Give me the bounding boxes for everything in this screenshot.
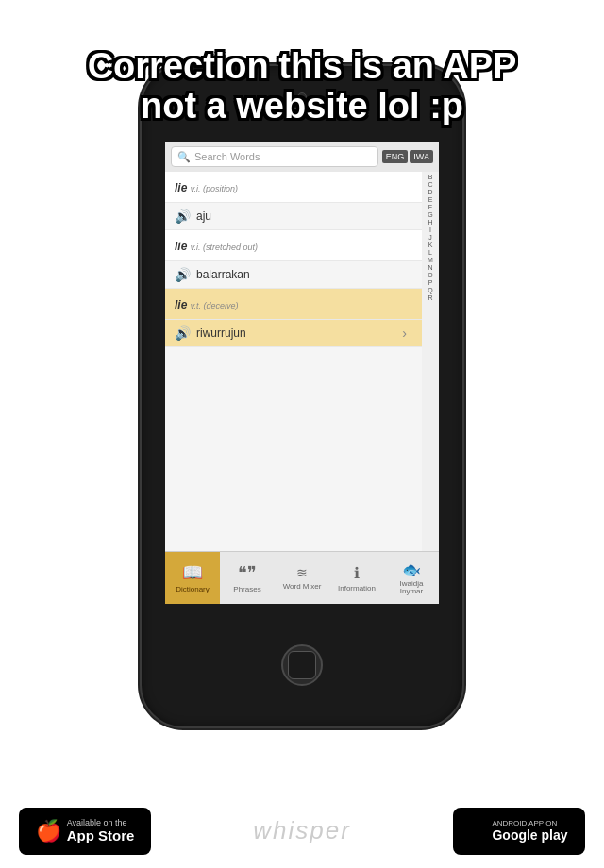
tab-information[interactable]: ℹ Information (329, 552, 384, 604)
dict-entries: lie v.i. (position) 🔊 aju lie v.i. (stre… (165, 172, 422, 551)
dict-entry-2: lie v.i. (stretched out) (165, 230, 422, 261)
app-store-badge[interactable]: 🍎 Available on the App Store (19, 808, 151, 855)
screen-body: lie v.i. (position) 🔊 aju lie v.i. (stre… (165, 172, 439, 551)
tab-bar: 📖 Dictionary ❝❞ Phrases ≋ Word Mixer ℹ I… (165, 551, 439, 604)
dict-entry-3: lie v.t. (deceive) (165, 289, 422, 320)
app-store-line2: App Store (67, 827, 135, 843)
tab-phrases[interactable]: ❝❞ Phrases (220, 552, 275, 604)
entry-pos-2: v.i. (stretched out) (191, 242, 258, 252)
phone-mockup: 🔍 Search Words ENG IWA lie v.i. (positio… (142, 66, 462, 726)
tab-dictionary[interactable]: 📖 Dictionary (165, 552, 220, 604)
search-box[interactable]: 🔍 Search Words (171, 146, 378, 167)
phone-speaker (274, 108, 330, 115)
sound-icon-2: 🔊 (175, 267, 191, 282)
phone-screen: 🔍 Search Words ENG IWA lie v.i. (positio… (165, 142, 439, 604)
entry-sound-2: 🔊 balarrakan (165, 261, 422, 289)
tab-information-label: Information (338, 584, 376, 593)
tab-iwaidja-label: IwaidjaInymar (400, 580, 424, 595)
search-placeholder: Search Words (194, 151, 260, 162)
lang-iwa-badge[interactable]: IWA (410, 150, 433, 163)
google-play-line2: Google play (492, 827, 567, 843)
search-icon: 🔍 (177, 151, 191, 163)
tab-iwaidja-icon: 🐟 (402, 560, 421, 578)
whisper-logo-container: whisper (253, 816, 351, 845)
tab-iwaidja[interactable]: 🐟 IwaidjaInymar (384, 552, 439, 604)
phone-camera (297, 92, 307, 102)
screen-topbar: 🔍 Search Words ENG IWA (165, 142, 439, 172)
entry-word-1: lie (175, 181, 191, 194)
app-store-line1: Available on the (67, 818, 135, 827)
tab-phrases-icon: ❝❞ (238, 562, 257, 583)
lang-eng-badge[interactable]: ENG (382, 150, 409, 163)
sound-icon-1: 🔊 (175, 209, 191, 224)
entry-sound-1: 🔊 aju (165, 203, 422, 230)
lang-badges: ENG IWA (382, 150, 433, 163)
tab-wordmixer[interactable]: ≋ Word Mixer (275, 552, 329, 604)
tab-dictionary-icon: 📖 (182, 562, 203, 583)
entry-word-2: lie (175, 240, 191, 253)
main-area: Correction this is an APP not a website … (0, 0, 604, 793)
tab-wordmixer-icon: ≋ (296, 565, 308, 580)
entry-word-3: lie (175, 298, 191, 311)
tab-phrases-label: Phrases (233, 585, 260, 593)
entry-trans-3: riwurrujun (196, 326, 246, 340)
phone-top (142, 66, 462, 142)
google-play-line1: ANDROID APP ON (492, 819, 567, 827)
footer-bar: 🍎 Available on the App Store whisper ▶ A… (0, 793, 604, 868)
whisper-logo: whisper (253, 816, 351, 845)
tab-dictionary-label: Dictionary (176, 585, 210, 593)
play-icon: ▶ (470, 819, 486, 843)
google-play-badge[interactable]: ▶ ANDROID APP ON Google play (453, 808, 585, 855)
home-button[interactable] (281, 644, 323, 686)
alpha-sidebar: B C D E F G H I J K L M N O P Q R (422, 172, 439, 551)
entry-pos-3: v.t. (deceive) (191, 301, 239, 310)
phone-bottom (142, 604, 462, 726)
entry-sound-3: 🔊 riwurrujun › (165, 320, 422, 347)
sound-icon-3: 🔊 (175, 326, 191, 341)
entry-pos-1: v.i. (position) (191, 184, 238, 193)
tab-information-icon: ℹ (354, 564, 360, 582)
apple-icon: 🍎 (36, 819, 61, 843)
entry-trans-1: aju (196, 209, 211, 223)
dict-entry-1: lie v.i. (position) (165, 172, 422, 203)
tab-wordmixer-label: Word Mixer (283, 582, 322, 591)
entry-trans-2: balarrakan (196, 268, 250, 281)
entry-arrow: › (402, 326, 412, 341)
home-button-inner (288, 651, 316, 679)
